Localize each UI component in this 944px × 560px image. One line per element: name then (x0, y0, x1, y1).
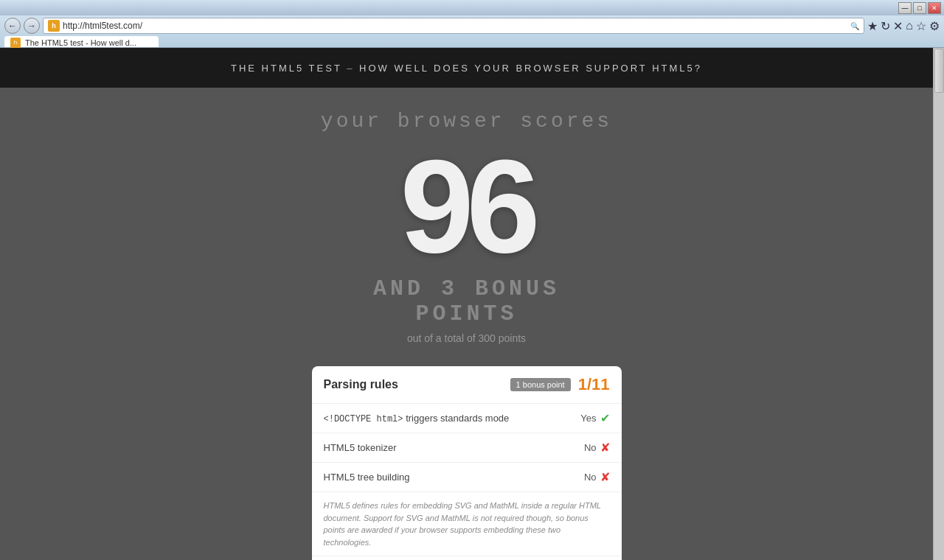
nav-bar: ← → h http://html5test.com/ 🔍 ★ ↻ ✕ ⌂ ☆ … (0, 15, 944, 36)
tab-favicon: h (10, 38, 21, 48)
table-row: HTML5 tokenizer No ✘ (312, 433, 622, 463)
bookmark-star-icon[interactable]: ★ (867, 19, 878, 33)
section-header: Parsing rules 1 bonus point 1/11 (312, 366, 622, 404)
header-title: THE HTML5 TEST (231, 63, 342, 74)
main-area: your browser scores 96 AND 3 BONUS POINT… (0, 88, 933, 560)
cross-icon: ✘ (600, 441, 610, 455)
home-icon[interactable]: ⌂ (906, 19, 913, 32)
nav-right-icons: ★ ↻ ✕ ⌂ ☆ ⚙ (867, 19, 940, 33)
row-label: HTML5 tokenizer (324, 442, 584, 453)
bonus-line1: AND 3 BONUS (373, 276, 560, 301)
tools-icon[interactable]: ⚙ (929, 19, 940, 33)
page-content: THE HTML5 TEST – HOW WELL DOES YOUR BROW… (0, 48, 933, 560)
row-result: No ✘ (584, 470, 610, 484)
forward-button[interactable]: → (24, 18, 40, 34)
browser-scores-label: your browser scores (15, 110, 918, 133)
row-label: HTML5 tree building (324, 472, 584, 483)
score-number: 96 (15, 140, 918, 273)
address-bar[interactable]: h http://html5test.com/ 🔍 (43, 18, 864, 34)
maximize-button[interactable]: □ (913, 2, 926, 14)
header-dash: – (347, 63, 359, 74)
header-subtitle: HOW WELL DOES YOUR BROWSER SUPPORT HTML5… (359, 63, 702, 74)
row-label: <!DOCTYPE html> triggers standards mode (324, 413, 581, 424)
browser-chrome: — □ ✕ ← → h http://html5test.com/ 🔍 ★ ↻ … (0, 0, 944, 48)
site-favicon: h (48, 20, 60, 32)
result-text: Yes (580, 413, 596, 424)
parsing-rules-card: Parsing rules 1 bonus point 1/11 <!DOCTY… (312, 366, 622, 560)
result-text: No (584, 442, 597, 453)
table-row: <!DOCTYPE html> triggers standards mode … (312, 404, 622, 433)
close-button[interactable]: ✕ (928, 2, 941, 14)
bonus-badge: 1 bonus point (510, 378, 571, 391)
bonus-text: AND 3 BONUS POINTS (15, 276, 918, 326)
table-row: HTML5 tree building No ✘ (312, 463, 622, 492)
address-search-icon: 🔍 (850, 22, 859, 30)
minimize-button[interactable]: — (898, 2, 912, 14)
check-icon: ✔ (600, 411, 610, 425)
result-text: No (584, 472, 597, 483)
cross-icon: ✘ (600, 470, 610, 484)
table-row: SVG in text/html Yes ✔ (312, 556, 622, 560)
tab-bar: h The HTML5 test - How well d... (0, 36, 944, 47)
scrollbar-thumb[interactable] (934, 49, 944, 93)
page-header-text: THE HTML5 TEST – HOW WELL DOES YOUR BROW… (231, 63, 702, 74)
row-result: No ✘ (584, 441, 610, 455)
page-header: THE HTML5 TEST – HOW WELL DOES YOUR BROW… (0, 48, 933, 88)
section-header-right: 1 bonus point 1/11 (510, 375, 610, 394)
back-button[interactable]: ← (4, 18, 21, 34)
active-tab[interactable]: h The HTML5 test - How well d... (4, 36, 159, 47)
bonus-note: HTML5 defines rules for embedding SVG an… (312, 492, 622, 556)
scrollbar[interactable] (933, 48, 944, 560)
title-bar: — □ ✕ (0, 0, 944, 15)
section-title: Parsing rules (324, 378, 398, 391)
row-result: Yes ✔ (580, 411, 609, 425)
section-score-badge: 1/11 (578, 375, 610, 394)
reload-button[interactable]: ↻ (881, 19, 890, 33)
window-controls[interactable]: — □ ✕ (898, 2, 941, 14)
favorites-icon[interactable]: ☆ (916, 19, 926, 33)
out-of-text: out of a total of 300 points (15, 332, 918, 344)
bonus-line2: POINTS (415, 301, 517, 326)
tab-title: The HTML5 test - How well d... (25, 38, 136, 47)
stop-button[interactable]: ✕ (893, 19, 903, 33)
address-text: http://html5test.com/ (63, 21, 847, 31)
